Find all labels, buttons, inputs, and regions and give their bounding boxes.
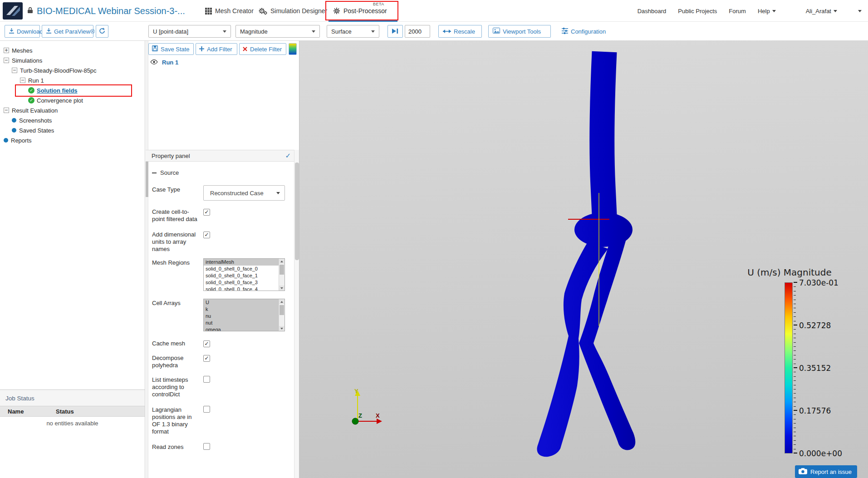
list-item[interactable]: nu (204, 313, 279, 320)
listbox-scrollbar[interactable] (279, 259, 284, 291)
scroll-down-icon[interactable] (279, 326, 284, 331)
3d-scene[interactable]: Y X Z (299, 41, 868, 478)
user-name: Ali_Arafat (806, 8, 831, 15)
scroll-up-icon[interactable] (279, 299, 284, 304)
get-paraview-button[interactable]: Get ParaView® (42, 25, 93, 38)
checkbox-decompose-polyhedra[interactable] (203, 355, 210, 362)
collapse-section-icon[interactable] (152, 172, 157, 173)
checkbox-read-zones[interactable] (203, 443, 210, 450)
checkbox-create-cell-to-point[interactable] (203, 209, 210, 216)
configuration-button[interactable]: Configuration (557, 25, 615, 38)
tree-item-run-1[interactable]: Run 1 (0, 75, 144, 85)
report-issue-button[interactable]: Report an issue (795, 465, 857, 478)
mesh-regions-listbox[interactable]: internalMesh solid_0_shell_0_face_0 soli… (203, 258, 285, 291)
eye-visibility-icon[interactable] (150, 58, 158, 66)
tree-item-saved-states[interactable]: Saved States (0, 125, 144, 135)
chevron-down-icon (834, 10, 837, 12)
legend-tick-label: 0.35152 (799, 364, 831, 372)
field-lagrangian-positions: Lagrangian positions are in OF 1.3 binar… (152, 405, 291, 435)
list-item[interactable]: omega (204, 326, 279, 331)
checkbox-add-dimensional-units[interactable] (203, 232, 210, 238)
list-item[interactable]: solid_0_shell_0_face_3 (204, 279, 279, 286)
tree-item-meshes[interactable]: Meshes (0, 45, 144, 55)
nav-help-menu[interactable]: Help (758, 8, 776, 15)
tree-item-result-evaluation[interactable]: Result Evaluation (0, 105, 144, 115)
add-filter-button[interactable]: Add Filter (196, 43, 237, 55)
project-title[interactable]: BIO-MEDICAL Webinar Session-3-... (37, 6, 185, 16)
cell-arrays-listbox[interactable]: U k nu nut omega (203, 299, 285, 331)
tab-simulation-designer[interactable]: Simulation Designer (259, 0, 327, 22)
save-state-button[interactable]: Save State (148, 43, 194, 55)
list-item[interactable]: nut (204, 320, 279, 326)
play-button[interactable] (387, 25, 403, 38)
gear-icon (333, 7, 340, 15)
component-select[interactable]: Magnitude (235, 25, 320, 38)
tree-item-reports[interactable]: Reports (0, 135, 144, 145)
rescale-button[interactable]: Rescale (438, 25, 482, 38)
camera-icon (799, 468, 807, 476)
list-item[interactable]: solid_0_shell_0_face_1 (204, 272, 279, 279)
render-viewport[interactable]: Y X Z U (m/s) Magnitude 7.030e-01 0.5272… (299, 41, 868, 478)
checkbox-cache-mesh[interactable] (203, 340, 210, 347)
legend-tick-label: 7.030e-01 (799, 278, 839, 286)
collapse-icon[interactable] (12, 68, 17, 73)
list-item[interactable]: solid_0_shell_0_face_4 (204, 286, 279, 291)
representation-select[interactable]: Surface (327, 25, 379, 38)
collapse-icon[interactable] (20, 78, 25, 83)
property-panel-scrollbar[interactable] (294, 150, 299, 478)
frame-input[interactable] (405, 25, 430, 38)
collapse-icon[interactable] (4, 58, 9, 63)
checkbox-lagrangian-positions[interactable] (203, 406, 210, 413)
apply-check-icon[interactable] (285, 153, 291, 159)
legend-major-tick (794, 325, 797, 325)
collapse-header-button[interactable] (858, 10, 862, 12)
bullet-icon (12, 118, 16, 123)
download-button[interactable]: Download (5, 25, 40, 38)
tree-item-solution-fields[interactable]: Solution fields (0, 85, 144, 95)
colormap-swatch-button[interactable] (289, 43, 297, 55)
nav-forum[interactable]: Forum (729, 8, 746, 15)
check-circle-icon (28, 97, 34, 103)
user-menu[interactable]: Ali_Arafat (806, 8, 837, 15)
pipeline-item-run-1[interactable]: Run 1 (150, 57, 178, 67)
blood-vessel-model[interactable] (537, 52, 635, 457)
scroll-up-icon[interactable] (279, 259, 284, 264)
delete-filter-button[interactable]: Delete Filter (239, 43, 286, 55)
scrollbar-thumb[interactable] (295, 163, 299, 260)
list-item[interactable]: U (204, 299, 279, 306)
scrollbar-thumb[interactable] (280, 265, 284, 275)
collapse-icon[interactable] (4, 108, 9, 113)
case-type-select[interactable]: Reconstructed Case (203, 185, 285, 201)
checkbox-list-timesteps[interactable] (203, 376, 210, 383)
job-status-title[interactable]: Job Status (0, 390, 145, 406)
list-item[interactable]: solid_0_shell_0_face_0 (204, 266, 279, 272)
listbox-scrollbar[interactable] (279, 299, 284, 331)
job-status-table-header: Name Status (0, 406, 145, 417)
list-item[interactable]: internalMesh (204, 259, 279, 266)
refresh-button[interactable] (96, 25, 108, 38)
tree-item-screenshots[interactable]: Screenshots (0, 115, 144, 125)
tree-item-convergence-plot[interactable]: Convergence plot (0, 95, 144, 105)
expand-icon[interactable] (4, 48, 9, 53)
tab-mesh-creator[interactable]: Mesh Creator (205, 0, 254, 22)
tab-label: Mesh Creator (215, 7, 254, 15)
legend-colorbar[interactable] (785, 282, 793, 453)
download-icon (9, 28, 14, 35)
scroll-down-icon[interactable] (279, 286, 284, 291)
viewport-tools-button[interactable]: Viewport Tools (488, 25, 551, 38)
source-section-header[interactable]: Source (152, 169, 291, 176)
tab-post-processor[interactable]: Post-Processor BETA (333, 0, 387, 22)
tree-item-simulation-run[interactable]: Turb-Steady-BloodFlow-85pc (0, 65, 144, 75)
simscale-logo[interactable] (3, 2, 23, 20)
scrollbar-thumb[interactable] (280, 305, 284, 315)
nav-public-projects[interactable]: Public Projects (678, 8, 717, 15)
legend-tick-label: 0.000e+00 (799, 449, 842, 457)
plus-icon (199, 46, 204, 53)
field-select[interactable]: U [point-data] (148, 25, 231, 38)
active-tab-underline (329, 20, 397, 22)
pipeline-and-properties-panel: Save State Add Filter Delete Filter Run … (146, 41, 299, 478)
list-item[interactable]: k (204, 306, 279, 313)
field-case-type: Case Type Reconstructed Case (152, 185, 291, 202)
tree-item-simulations[interactable]: Simulations (0, 55, 144, 65)
nav-dashboard[interactable]: Dashboard (638, 8, 667, 15)
